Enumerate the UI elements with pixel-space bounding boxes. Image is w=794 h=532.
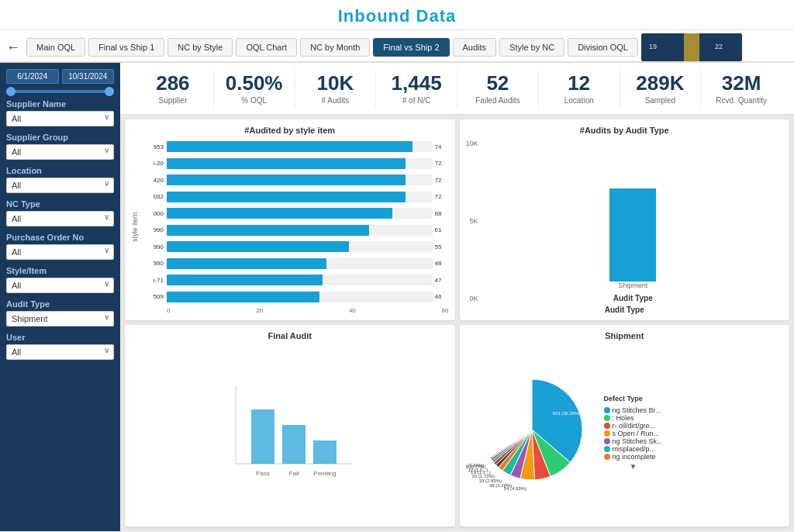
audit-x-label: Audit Type — [483, 294, 783, 302]
legend-item-4: ng Stitches Sk... — [604, 437, 663, 445]
kpi-item-2: 10K# Audits — [295, 69, 377, 108]
bar-value-8: 47 — [435, 277, 449, 284]
date-slider[interactable] — [6, 90, 114, 93]
filter-select-wrap-4: All — [6, 244, 114, 260]
kpi-row: 286Supplier0.50%% OQL10K# Audits1,445# o… — [120, 63, 794, 115]
filter-select-2[interactable]: All — [6, 178, 114, 193]
kpi-item-6: 289KSampled — [620, 69, 702, 108]
pie-svg-wrap: 423 (36.28%)54 (4.63%)38 (3.26%)33 (2.83… — [466, 371, 598, 495]
audit-y-tick-1: 5K — [466, 217, 478, 225]
kpi-label-0: Supplier — [139, 96, 207, 105]
slider-thumb-left[interactable] — [6, 87, 16, 96]
legend-dot-0 — [604, 407, 610, 413]
kpi-value-0: 286 — [139, 72, 207, 95]
svg-text:19: 19 — [649, 43, 657, 50]
nav-tab-nc-by-style[interactable]: NC by Style — [167, 38, 233, 57]
legend-dot-5 — [604, 446, 610, 452]
bar-value-1: 72 — [435, 160, 449, 167]
kpi-item-3: 1,445# of N/C — [376, 69, 457, 108]
filter-select-6[interactable]: Shipment — [6, 311, 114, 326]
legend-item-3: s Open / Run... — [604, 430, 663, 437]
bar-track-7 — [167, 258, 433, 269]
charts-grid: #Audited by style item style item 95374i… — [120, 115, 794, 531]
svg-rect-10 — [313, 440, 337, 464]
filter-label-3: NC Type — [6, 199, 114, 209]
legend-dot-1 — [604, 415, 610, 421]
legend-dot-4 — [604, 438, 610, 444]
pie-legend-area: Defect Type ng Stitches Br...: Holesr- o… — [604, 395, 663, 471]
kpi-label-3: # of N/C — [382, 96, 451, 105]
bar-track-3 — [167, 192, 433, 202]
filter-select-4[interactable]: All — [6, 244, 114, 260]
pie-outer-label-10: 8 (0.69%) — [466, 462, 484, 467]
audit-bar-group — [499, 188, 768, 282]
kpi-value-1: 0.50% — [220, 72, 288, 95]
nav-tab-main-oql[interactable]: Main OQL — [26, 38, 85, 57]
nav-tab-division-oql[interactable]: Division OQL — [568, 38, 638, 57]
nav-bar: ← Main OQLFinal vs Ship 1NC by StyleOQL … — [0, 30, 794, 63]
bar-fill-6 — [167, 241, 349, 252]
audit-chart-area — [483, 140, 783, 282]
filter-group-5: Style/ItemAll — [6, 266, 114, 293]
filter-label-6: Audit Type — [6, 299, 114, 309]
kpi-item-4: 52Failed Audits — [457, 69, 539, 108]
x-tick: 20 — [256, 307, 263, 314]
audit-bar-label-shipment: Shipment — [618, 282, 647, 289]
legend-dot-3 — [604, 430, 610, 437]
legend-text-1: : Holes — [613, 414, 634, 422]
filter-select-3[interactable]: All — [6, 211, 114, 226]
kpi-label-1: % OQL — [220, 96, 288, 105]
bar-label-2: 420 — [142, 177, 164, 184]
bar-label-0: 953 — [142, 143, 164, 150]
bar-fill-0 — [167, 141, 413, 152]
svg-rect-9 — [282, 425, 306, 464]
svg-rect-1 — [684, 33, 699, 61]
kpi-item-7: 32MRcvd. Quantity — [701, 69, 782, 108]
filter-label-7: User — [6, 333, 114, 342]
bar-track-2 — [167, 174, 433, 185]
shipment-pie-title: Shipment — [466, 331, 784, 340]
bar-value-6: 55 — [435, 244, 449, 250]
page-header: Inbound Data — [0, 0, 794, 30]
filter-select-5[interactable]: All — [6, 278, 114, 293]
audit-y-axis: 10K5K0K — [466, 140, 483, 303]
back-button[interactable]: ← — [6, 40, 20, 56]
audit-y-tick-2: 0K — [466, 295, 478, 302]
bar-value-5: 61 — [435, 226, 449, 233]
filters-container: Supplier NameAllSupplier GroupAllLocatio… — [6, 99, 114, 360]
svg-rect-8 — [251, 409, 274, 464]
legend-more-button[interactable]: ▼ — [604, 462, 663, 471]
svg-text:22: 22 — [715, 43, 723, 50]
legend-item-6: ng incomplete — [604, 453, 663, 461]
date-start[interactable]: 6/1/2024 — [6, 69, 59, 84]
date-end[interactable]: 10/31/2024 — [62, 69, 115, 84]
nav-tab-nc-by-month[interactable]: NC by Month — [300, 38, 370, 57]
filter-select-1[interactable]: All — [6, 144, 114, 160]
bar-value-0: 74 — [435, 143, 449, 150]
bar-track-0 — [167, 141, 433, 152]
audit-type-title: #Audits by Audit Type — [466, 126, 784, 135]
filter-select-0[interactable]: All — [6, 111, 114, 126]
kpi-item-5: 12Location — [539, 69, 620, 108]
pie-outer-label-4: 38 (3.26%) — [488, 483, 511, 488]
kpi-value-2: 10K — [302, 72, 370, 95]
nav-tab-oql-chart[interactable]: OQL Chart — [236, 38, 297, 57]
nav-tab-final-vs-ship-2[interactable]: Final vs Ship 2 — [373, 38, 449, 57]
pie-outer-label-5: 33 (2.83%) — [478, 478, 501, 483]
kpi-label-6: Sampled — [627, 96, 695, 105]
bar-fill-3 — [167, 192, 406, 202]
nav-tab-final-vs-ship-1[interactable]: Final vs Ship 1 — [88, 38, 164, 57]
slider-thumb-right[interactable] — [105, 87, 114, 96]
nav-tab-style-by-nc[interactable]: Style by NC — [499, 38, 564, 57]
final-audit-svg: Pass Fail Pending — [212, 378, 368, 487]
audit-y-tick-0: 10K — [466, 140, 478, 147]
audit-bars-area: Shipment Audit Type — [483, 140, 783, 303]
nav-tab-audits[interactable]: Audits — [453, 38, 497, 57]
x-tick: 40 — [349, 307, 356, 314]
bar-label-7: 990 — [142, 260, 164, 267]
bar-chart-y-label: style item — [131, 140, 139, 315]
filter-select-7[interactable]: All — [6, 344, 114, 360]
bar-fill-9 — [167, 292, 319, 302]
pie-legend: ng Stitches Br...: Holesr- oil/dirt/gre.… — [604, 406, 663, 471]
legend-text-0: ng Stitches Br... — [613, 406, 661, 414]
